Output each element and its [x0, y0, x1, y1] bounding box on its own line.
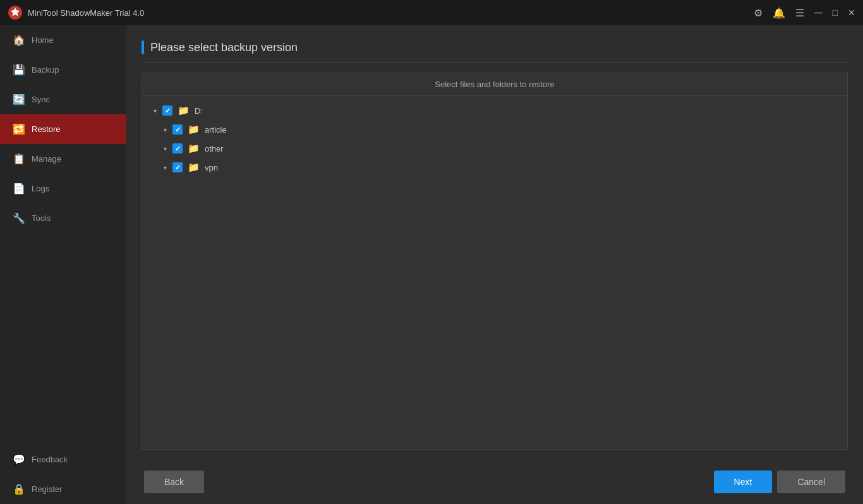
vpn-checkbox[interactable] [172, 162, 183, 172]
sidebar-item-restore-label: Restore [32, 124, 61, 134]
bottom-right-buttons: Next Cancel [714, 471, 845, 493]
sidebar-item-home[interactable]: 🏠 Home [0, 25, 126, 55]
sidebar-bottom: 💬 Feedback 🔒 Register [0, 445, 126, 504]
vpn-chevron[interactable] [160, 162, 170, 172]
register-icon: 🔒 [13, 483, 25, 495]
back-button[interactable]: Back [144, 471, 204, 493]
titlebar: MiniTool ShadowMaker Trial 4.0 ⚙ 🔔 ☰ ─ □… [0, 0, 863, 25]
other-label: other [205, 144, 224, 153]
root-checkbox[interactable] [162, 105, 172, 116]
minimize-button[interactable]: ─ [814, 7, 823, 18]
main-layout: 🏠 Home 💾 Backup 🔄 Sync 🔁 Restore 📋 Manag… [0, 25, 863, 504]
home-icon: 🏠 [13, 34, 25, 46]
sidebar-item-backup[interactable]: 💾 Backup [0, 55, 126, 85]
content-area: Please select backup version Select file… [126, 25, 863, 504]
article-folder-icon: 📁 [188, 124, 200, 135]
bottom-bar: Back Next Cancel [142, 460, 848, 504]
tools-icon: 🔧 [13, 212, 25, 224]
manage-icon: 📋 [13, 153, 25, 165]
page-title: Please select backup version [150, 41, 298, 54]
tree-row-vpn[interactable]: 📁 vpn [142, 158, 847, 177]
file-tree-header: Select files and folders to restore [142, 73, 847, 96]
next-button[interactable]: Next [714, 471, 773, 493]
vpn-label: vpn [205, 163, 218, 172]
app-logo [8, 5, 23, 20]
root-chevron[interactable] [150, 105, 160, 116]
sidebar-item-tools[interactable]: 🔧 Tools [0, 203, 126, 233]
sidebar-item-manage-label: Manage [32, 154, 61, 164]
menu-icon[interactable]: ☰ [795, 7, 804, 19]
window-controls: ⚙ 🔔 ☰ ─ □ ✕ [754, 7, 855, 19]
sidebar-item-feedback-label: Feedback [32, 455, 68, 464]
tree-row-other[interactable]: 📁 other [142, 139, 847, 158]
tree-row-root[interactable]: 📁 D: [142, 101, 847, 120]
backup-icon: 💾 [13, 64, 25, 76]
cancel-button[interactable]: Cancel [777, 471, 845, 493]
tree-row-article[interactable]: 📁 article [142, 120, 847, 139]
article-checkbox[interactable] [172, 124, 183, 135]
vpn-folder-icon: 📁 [188, 162, 200, 173]
sidebar-item-home-label: Home [32, 35, 54, 45]
article-chevron[interactable] [160, 124, 170, 135]
sidebar-item-restore[interactable]: 🔁 Restore [0, 114, 126, 144]
sync-icon: 🔄 [13, 93, 25, 105]
sidebar-item-logs-label: Logs [32, 184, 49, 193]
root-folder-icon: 📁 [178, 105, 190, 116]
notification-icon[interactable]: 🔔 [773, 7, 785, 19]
article-label: article [205, 125, 227, 135]
other-checkbox[interactable] [172, 143, 183, 153]
app-title: MiniTool ShadowMaker Trial 4.0 [28, 8, 754, 18]
other-folder-icon: 📁 [188, 143, 200, 154]
sidebar-item-logs[interactable]: 📄 Logs [0, 174, 126, 203]
sidebar-item-sync[interactable]: 🔄 Sync [0, 85, 126, 114]
close-button[interactable]: ✕ [848, 8, 855, 18]
feedback-icon: 💬 [13, 453, 25, 465]
sidebar-item-register-label: Register [32, 484, 62, 494]
sidebar-item-tools-label: Tools [32, 213, 51, 223]
file-tree-panel: Select files and folders to restore 📁 D:… [142, 73, 848, 450]
sidebar-item-manage[interactable]: 📋 Manage [0, 144, 126, 174]
logs-icon: 📄 [13, 183, 25, 195]
page-title-bar: Please select backup version [142, 40, 848, 63]
sidebar-item-sync-label: Sync [32, 95, 50, 104]
other-chevron[interactable] [160, 143, 170, 153]
restore-icon: 🔁 [13, 123, 25, 135]
file-tree-body[interactable]: 📁 D: 📁 article 📁 other [142, 96, 847, 449]
title-accent [142, 40, 144, 54]
sidebar: 🏠 Home 💾 Backup 🔄 Sync 🔁 Restore 📋 Manag… [0, 25, 126, 504]
sidebar-item-register[interactable]: 🔒 Register [0, 474, 126, 504]
maximize-button[interactable]: □ [833, 8, 838, 18]
sidebar-item-feedback[interactable]: 💬 Feedback [0, 445, 126, 474]
root-label: D: [195, 106, 203, 116]
settings-icon[interactable]: ⚙ [754, 7, 763, 19]
sidebar-item-backup-label: Backup [32, 65, 59, 75]
